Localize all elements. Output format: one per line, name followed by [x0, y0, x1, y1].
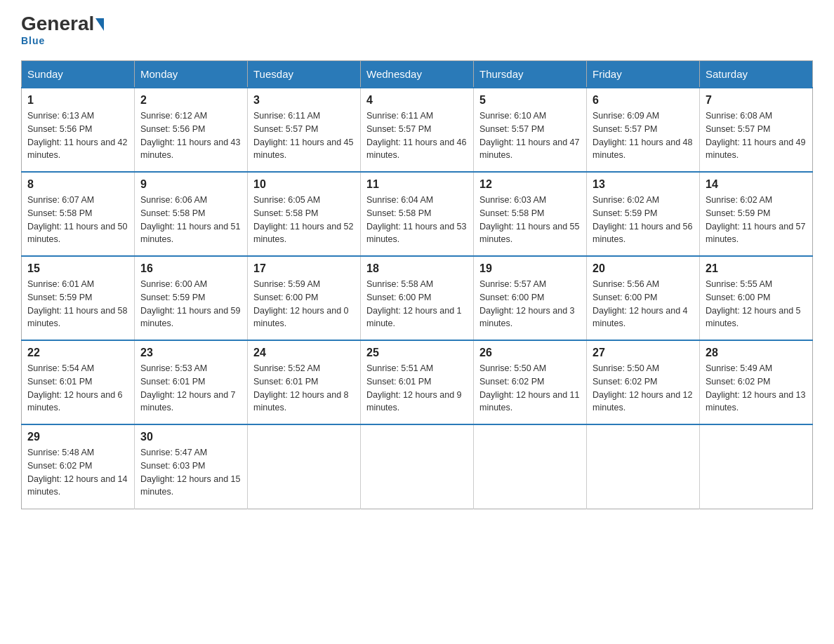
day-number: 18	[366, 262, 468, 275]
calendar-cell	[361, 424, 474, 509]
day-number: 14	[706, 178, 807, 191]
header-cell-monday: Monday	[135, 61, 248, 88]
day-number: 1	[27, 94, 128, 107]
calendar-cell: 11 Sunrise: 6:04 AMSunset: 5:58 PMDaylig…	[361, 172, 474, 256]
header-cell-friday: Friday	[587, 61, 700, 88]
day-number: 15	[27, 262, 128, 275]
day-number: 29	[27, 431, 128, 443]
calendar-cell: 13 Sunrise: 6:02 AMSunset: 5:59 PMDaylig…	[587, 172, 700, 256]
day-info: Sunrise: 6:13 AMSunset: 5:56 PMDaylight:…	[27, 109, 128, 162]
day-info: Sunrise: 5:55 AMSunset: 6:00 PMDaylight:…	[706, 278, 807, 330]
day-number: 12	[479, 178, 581, 191]
day-number: 16	[140, 262, 241, 275]
day-number: 25	[366, 347, 468, 359]
day-info: Sunrise: 5:48 AMSunset: 6:02 PMDaylight:…	[27, 446, 128, 499]
day-info: Sunrise: 5:50 AMSunset: 6:02 PMDaylight:…	[479, 362, 581, 415]
day-number: 23	[140, 347, 241, 359]
calendar-week-2: 8 Sunrise: 6:07 AMSunset: 5:58 PMDayligh…	[22, 172, 813, 256]
calendar-table: SundayMondayTuesdayWednesdayThursdayFrid…	[21, 60, 813, 509]
day-info: Sunrise: 6:09 AMSunset: 5:57 PMDaylight:…	[593, 109, 694, 162]
logo-blue-text: Blue	[21, 35, 45, 46]
day-number: 26	[479, 347, 581, 359]
day-number: 20	[593, 262, 694, 275]
day-info: Sunrise: 6:04 AMSunset: 5:58 PMDaylight:…	[366, 194, 468, 246]
calendar-cell: 24 Sunrise: 5:52 AMSunset: 6:01 PMDaylig…	[248, 340, 361, 424]
calendar-cell	[248, 424, 361, 509]
logo-triangle-icon	[95, 18, 104, 31]
calendar-cell: 16 Sunrise: 6:00 AMSunset: 5:59 PMDaylig…	[135, 256, 248, 340]
calendar-cell: 28 Sunrise: 5:49 AMSunset: 6:02 PMDaylig…	[700, 340, 813, 424]
calendar-cell: 29 Sunrise: 5:48 AMSunset: 6:02 PMDaylig…	[22, 424, 135, 509]
header-cell-sunday: Sunday	[22, 61, 135, 88]
day-number: 3	[253, 94, 355, 107]
day-number: 10	[253, 178, 355, 191]
calendar-cell	[474, 424, 587, 509]
calendar-cell: 1 Sunrise: 6:13 AMSunset: 5:56 PMDayligh…	[22, 88, 135, 172]
calendar-cell: 23 Sunrise: 5:53 AMSunset: 6:01 PMDaylig…	[135, 340, 248, 424]
day-number: 27	[593, 347, 694, 359]
calendar-cell: 15 Sunrise: 6:01 AMSunset: 5:59 PMDaylig…	[22, 256, 135, 340]
calendar-cell: 30 Sunrise: 5:47 AMSunset: 6:03 PMDaylig…	[135, 424, 248, 509]
day-info: Sunrise: 6:06 AMSunset: 5:58 PMDaylight:…	[140, 194, 241, 246]
calendar-cell: 22 Sunrise: 5:54 AMSunset: 6:01 PMDaylig…	[22, 340, 135, 424]
day-info: Sunrise: 6:03 AMSunset: 5:58 PMDaylight:…	[479, 194, 581, 246]
calendar-cell: 4 Sunrise: 6:11 AMSunset: 5:57 PMDayligh…	[361, 88, 474, 172]
day-info: Sunrise: 6:01 AMSunset: 5:59 PMDaylight:…	[27, 278, 128, 330]
day-number: 17	[253, 262, 355, 275]
day-number: 6	[593, 94, 694, 107]
calendar-cell: 10 Sunrise: 6:05 AMSunset: 5:58 PMDaylig…	[248, 172, 361, 256]
day-number: 11	[366, 178, 468, 191]
day-number: 22	[27, 347, 128, 359]
day-number: 21	[706, 262, 807, 275]
calendar-cell: 14 Sunrise: 6:02 AMSunset: 5:59 PMDaylig…	[700, 172, 813, 256]
day-info: Sunrise: 5:50 AMSunset: 6:02 PMDaylight:…	[593, 362, 694, 415]
day-number: 24	[253, 347, 355, 359]
day-info: Sunrise: 6:05 AMSunset: 5:58 PMDaylight:…	[253, 194, 355, 246]
day-info: Sunrise: 5:56 AMSunset: 6:00 PMDaylight:…	[593, 278, 694, 330]
calendar-cell: 8 Sunrise: 6:07 AMSunset: 5:58 PMDayligh…	[22, 172, 135, 256]
day-info: Sunrise: 6:12 AMSunset: 5:56 PMDaylight:…	[140, 109, 241, 162]
calendar-cell	[587, 424, 700, 509]
calendar-week-1: 1 Sunrise: 6:13 AMSunset: 5:56 PMDayligh…	[22, 88, 813, 172]
day-info: Sunrise: 5:58 AMSunset: 6:00 PMDaylight:…	[366, 278, 468, 330]
day-number: 4	[366, 94, 468, 107]
day-info: Sunrise: 5:54 AMSunset: 6:01 PMDaylight:…	[27, 362, 128, 415]
calendar-cell: 17 Sunrise: 5:59 AMSunset: 6:00 PMDaylig…	[248, 256, 361, 340]
header-row: SundayMondayTuesdayWednesdayThursdayFrid…	[22, 61, 813, 88]
day-info: Sunrise: 5:47 AMSunset: 6:03 PMDaylight:…	[140, 446, 241, 499]
day-info: Sunrise: 5:49 AMSunset: 6:02 PMDaylight:…	[706, 362, 807, 415]
header-cell-wednesday: Wednesday	[361, 61, 474, 88]
day-number: 5	[479, 94, 581, 107]
day-info: Sunrise: 5:51 AMSunset: 6:01 PMDaylight:…	[366, 362, 468, 415]
calendar-week-5: 29 Sunrise: 5:48 AMSunset: 6:02 PMDaylig…	[22, 424, 813, 509]
day-info: Sunrise: 6:07 AMSunset: 5:58 PMDaylight:…	[27, 194, 128, 246]
day-number: 19	[479, 262, 581, 275]
day-number: 8	[27, 178, 128, 191]
calendar-cell: 20 Sunrise: 5:56 AMSunset: 6:00 PMDaylig…	[587, 256, 700, 340]
day-number: 28	[706, 347, 807, 359]
calendar-cell: 19 Sunrise: 5:57 AMSunset: 6:00 PMDaylig…	[474, 256, 587, 340]
day-number: 2	[140, 94, 241, 107]
day-number: 30	[140, 431, 241, 443]
calendar-cell: 2 Sunrise: 6:12 AMSunset: 5:56 PMDayligh…	[135, 88, 248, 172]
page-header: General Blue	[21, 14, 813, 46]
day-info: Sunrise: 5:57 AMSunset: 6:00 PMDaylight:…	[479, 278, 581, 330]
day-number: 7	[706, 94, 807, 107]
day-info: Sunrise: 6:08 AMSunset: 5:57 PMDaylight:…	[706, 109, 807, 162]
calendar-cell: 9 Sunrise: 6:06 AMSunset: 5:58 PMDayligh…	[135, 172, 248, 256]
calendar-week-3: 15 Sunrise: 6:01 AMSunset: 5:59 PMDaylig…	[22, 256, 813, 340]
logo: General Blue	[21, 14, 104, 46]
calendar-cell: 12 Sunrise: 6:03 AMSunset: 5:58 PMDaylig…	[474, 172, 587, 256]
calendar-week-4: 22 Sunrise: 5:54 AMSunset: 6:01 PMDaylig…	[22, 340, 813, 424]
day-info: Sunrise: 6:00 AMSunset: 5:59 PMDaylight:…	[140, 278, 241, 330]
calendar-body: 1 Sunrise: 6:13 AMSunset: 5:56 PMDayligh…	[22, 88, 813, 509]
logo-general-text: General	[21, 14, 94, 34]
calendar-cell: 21 Sunrise: 5:55 AMSunset: 6:00 PMDaylig…	[700, 256, 813, 340]
day-info: Sunrise: 6:11 AMSunset: 5:57 PMDaylight:…	[253, 109, 355, 162]
calendar-cell: 26 Sunrise: 5:50 AMSunset: 6:02 PMDaylig…	[474, 340, 587, 424]
day-info: Sunrise: 6:02 AMSunset: 5:59 PMDaylight:…	[706, 194, 807, 246]
calendar-cell: 18 Sunrise: 5:58 AMSunset: 6:00 PMDaylig…	[361, 256, 474, 340]
logo-wordmark: General	[21, 14, 104, 34]
calendar-header: SundayMondayTuesdayWednesdayThursdayFrid…	[22, 61, 813, 88]
header-cell-thursday: Thursday	[474, 61, 587, 88]
